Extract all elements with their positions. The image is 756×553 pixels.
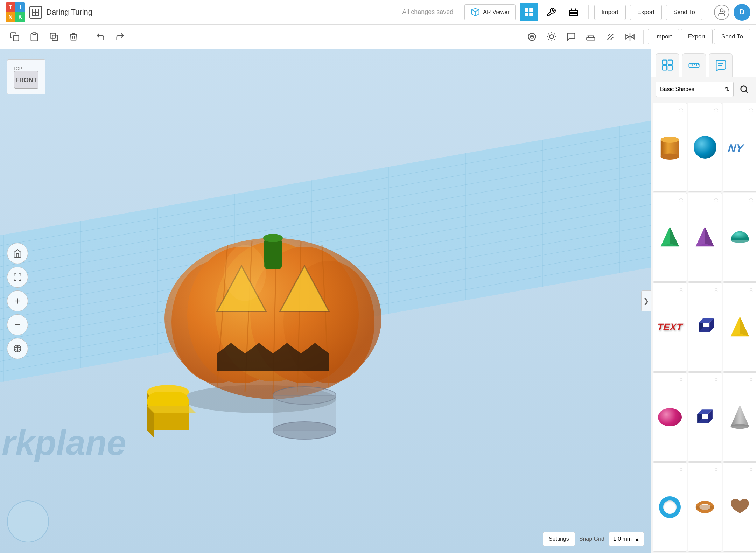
- topbar-separator-2: [708, 5, 708, 19]
- shape-half-sphere[interactable]: ☆: [723, 192, 756, 282]
- shape-text-3d[interactable]: ☆ TEXT: [653, 282, 687, 372]
- shape-cone[interactable]: ☆: [723, 372, 756, 462]
- add-user-button[interactable]: [714, 5, 729, 20]
- perspective-button[interactable]: [7, 338, 28, 359]
- svg-point-12: [720, 9, 723, 12]
- shape-pyramid-green[interactable]: ☆: [653, 192, 687, 282]
- scribble-visual: NY: [726, 133, 754, 161]
- ar-viewer-button[interactable]: AR Viewer: [464, 4, 515, 20]
- front-label: FRONT: [15, 77, 37, 84]
- shape-cube[interactable]: ☆: [688, 372, 722, 462]
- duplicate-button[interactable]: [45, 28, 63, 46]
- svg-rect-5: [529, 8, 533, 12]
- svg-marker-135: [670, 226, 679, 246]
- import-button[interactable]: Import: [594, 5, 626, 20]
- fit-view-button[interactable]: [7, 267, 28, 288]
- svg-marker-41: [626, 35, 629, 39]
- mini-map[interactable]: [7, 500, 49, 542]
- snap-grid-dropdown[interactable]: 1.0 mm ▲: [609, 532, 644, 546]
- shape-torus-orange[interactable]: ☆: [688, 462, 722, 552]
- export-toolbar-button[interactable]: Export: [681, 29, 713, 44]
- shape-torus-blue[interactable]: ☆: [653, 462, 687, 552]
- shapes-search-button[interactable]: [736, 82, 752, 97]
- svg-rect-16: [33, 33, 36, 34]
- shape-heart[interactable]: ☆: [723, 462, 756, 552]
- copy-button[interactable]: [6, 28, 24, 46]
- shape-star-box[interactable]: ☆: [713, 286, 719, 293]
- svg-rect-18: [50, 33, 56, 38]
- send-to-toolbar-button[interactable]: Send To: [714, 29, 750, 44]
- shape-star-cone[interactable]: ☆: [748, 376, 754, 383]
- svg-rect-6: [525, 13, 528, 16]
- tab-notes[interactable]: [709, 53, 733, 77]
- tab-ruler[interactable]: [682, 53, 706, 77]
- light-button[interactable]: [542, 28, 561, 46]
- ruler-button[interactable]: [601, 28, 620, 46]
- topbar-separator: [588, 5, 589, 19]
- undo-button[interactable]: [91, 28, 110, 46]
- shape-box-blue[interactable]: ☆: [688, 282, 722, 372]
- shape-sphere[interactable]: ☆: [688, 103, 722, 192]
- zoom-out-button[interactable]: [7, 314, 28, 335]
- paste-button[interactable]: [25, 28, 43, 46]
- cylinder-visual: [656, 133, 684, 161]
- pyramid-purple-visual: [691, 223, 719, 251]
- camera-button[interactable]: [523, 28, 541, 46]
- 3d-viewport[interactable]: rkplane: [0, 49, 651, 553]
- svg-point-108: [273, 422, 336, 439]
- shape-ellipsoid[interactable]: ☆: [653, 372, 687, 462]
- svg-rect-8: [569, 10, 578, 13]
- shape-star-ellipsoid[interactable]: ☆: [678, 376, 684, 383]
- svg-rect-9: [569, 13, 578, 15]
- home-view-button[interactable]: [7, 243, 28, 264]
- shape-star-half-sphere[interactable]: ☆: [748, 196, 754, 203]
- user-avatar[interactable]: D: [734, 4, 750, 21]
- send-to-button[interactable]: Send To: [666, 5, 702, 20]
- shape-star-heart[interactable]: ☆: [748, 465, 754, 473]
- panel-collapse-button[interactable]: ❯: [641, 290, 651, 312]
- shape-star-scribble[interactable]: ☆: [748, 106, 754, 113]
- svg-marker-42: [631, 35, 634, 39]
- workplane-button[interactable]: [582, 28, 600, 46]
- shape-cylinder[interactable]: ☆: [653, 103, 687, 192]
- svg-point-22: [550, 35, 554, 39]
- shape-star-cylinder[interactable]: ☆: [678, 106, 684, 113]
- shape-pyramid-yellow[interactable]: ☆: [723, 282, 756, 372]
- shape-star-cube[interactable]: ☆: [713, 376, 719, 383]
- shape-star-pyramid-purple[interactable]: ☆: [713, 196, 719, 203]
- notes-button[interactable]: [562, 28, 580, 46]
- export-button[interactable]: Export: [630, 5, 662, 20]
- shape-star-pyramid-green[interactable]: ☆: [678, 196, 684, 203]
- shape-scribble[interactable]: ☆ NY: [723, 103, 756, 192]
- svg-rect-118: [668, 66, 673, 70]
- zoom-in-button[interactable]: [7, 290, 28, 312]
- build-button[interactable]: [542, 3, 560, 21]
- bricks-button[interactable]: [565, 3, 583, 21]
- tab-shapes[interactable]: [656, 53, 679, 77]
- svg-rect-115: [663, 60, 667, 65]
- shape-star-torus-orange[interactable]: ☆: [713, 465, 719, 473]
- shape-star-pyramid-yellow[interactable]: ☆: [748, 286, 754, 293]
- tinkercad-logo[interactable]: T I N K: [6, 2, 25, 22]
- shape-star-torus-blue[interactable]: ☆: [678, 465, 684, 473]
- import-toolbar-button[interactable]: Import: [648, 29, 679, 44]
- saved-status: All changes saved: [402, 8, 453, 16]
- mirror-button[interactable]: [621, 28, 639, 46]
- delete-button[interactable]: [64, 28, 83, 46]
- cube-visual: [691, 403, 719, 431]
- shape-star-sphere[interactable]: ☆: [713, 106, 719, 113]
- project-icon[interactable]: [29, 6, 42, 19]
- grid-view-button[interactable]: [520, 3, 538, 21]
- shapes-category-dropdown[interactable]: Basic Shapes ⇅: [656, 82, 734, 97]
- svg-rect-2: [33, 13, 35, 15]
- svg-text:rkplane: rkplane: [2, 423, 126, 462]
- settings-button[interactable]: Settings: [543, 532, 575, 546]
- shape-pyramid-purple[interactable]: ☆: [688, 192, 722, 282]
- snap-grid-value: 1.0 mm: [613, 536, 632, 542]
- project-title: Daring Turing: [46, 8, 92, 17]
- view-orientation-indicator[interactable]: TOP FRONT: [7, 59, 46, 94]
- pyramid-green-visual: [656, 223, 684, 251]
- logo-t: T: [6, 2, 15, 12]
- shape-star-text[interactable]: ☆: [678, 286, 684, 293]
- redo-button[interactable]: [111, 28, 129, 46]
